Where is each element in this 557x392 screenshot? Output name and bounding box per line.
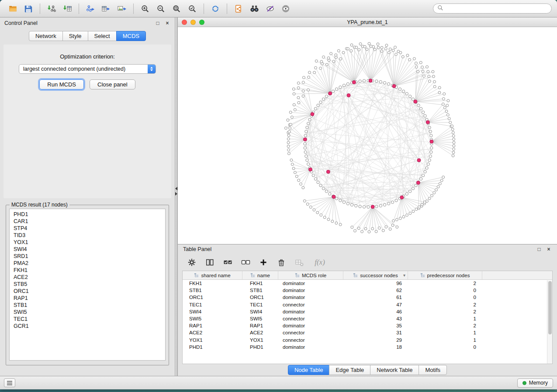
table-cell: TEC1 [183,302,242,307]
gear-button[interactable] [187,257,197,268]
hide-details-button[interactable] [263,2,277,15]
table-row[interactable]: SWI5SWI5connector431 [183,315,552,322]
network-window-titlebar[interactable]: YPA_prune.txt_1 [178,17,557,27]
select-all-icon [223,258,232,266]
table-row[interactable]: RAP1RAP1dominator352 [183,322,552,329]
criterion-dropdown[interactable]: largest connected component (undirected) [19,64,156,74]
run-mcds-button[interactable]: Run MCDS [39,79,84,89]
open-button[interactable] [5,2,20,15]
add-button[interactable] [258,257,269,268]
table-scrollbar[interactable] [547,280,552,364]
table-row[interactable]: TEC1TEC1connector472 [183,301,552,308]
mcds-node-item[interactable]: PHD1 [14,211,161,218]
table-row[interactable]: YOX1YOX1connector291 [183,337,552,344]
table-cell: STB1 [183,288,242,293]
search-box[interactable] [433,3,552,14]
close-window-button[interactable] [182,20,187,25]
export-network-button[interactable] [83,2,98,15]
column-header-shared-name[interactable]: shared name [183,271,242,279]
table-row[interactable]: STB1STB1dominator620 [183,287,552,294]
mcds-node-item[interactable]: STP4 [14,225,161,232]
menu-button[interactable] [4,378,15,387]
tab-edge-table[interactable]: Edge Table [329,365,370,375]
panel-splitter[interactable] [175,17,178,376]
network-graph[interactable] [178,27,557,244]
share-document-button[interactable] [231,2,246,15]
close-panel-action-button[interactable]: Close panel [90,79,135,89]
show-details-button[interactable] [278,2,293,15]
zoom-selected-button[interactable] [185,2,200,15]
find-button[interactable] [247,2,262,15]
zoom-out-button[interactable] [153,2,168,15]
clear-button[interactable] [294,257,304,268]
tab-motifs[interactable]: Motifs [419,365,447,375]
tab-network[interactable]: Network [29,31,63,41]
mcds-node-item[interactable]: CAR1 [14,218,161,225]
mcds-node-item[interactable]: RAP1 [14,295,161,302]
table-row[interactable]: PHD1PHD1dominator180 [183,344,552,351]
status-bar: Memory [0,376,557,389]
mcds-node-item[interactable]: TEC1 [14,316,161,323]
mcds-node-item[interactable]: SRD1 [14,253,161,260]
table-row[interactable]: FKH1FKH1dominator962 [183,280,552,287]
export-image-button[interactable] [114,2,129,15]
function-builder-button[interactable]: f(x) [312,257,328,268]
chevron-down-icon[interactable]: ▾ [403,273,405,278]
table-row[interactable]: ACE2ACE2connector311 [183,329,552,336]
column-header-successor-nodes[interactable]: successor nodes▾ [343,271,408,279]
table-cell: SWI5 [183,316,242,321]
tab-node-table[interactable]: Node Table [288,365,330,375]
float-panel-icon[interactable]: □ [155,20,161,26]
column-header-predecessor-nodes[interactable]: predecessor nodes [408,271,482,279]
zoom-fit-button[interactable] [169,2,184,15]
column-header-name[interactable]: name [242,271,278,279]
table-cell: 2 [408,302,482,307]
collapse-left-icon[interactable] [175,187,177,190]
graph-ring-nodes[interactable] [304,79,433,209]
tab-style[interactable]: Style [62,31,88,41]
close-table-panel-icon[interactable]: × [546,246,552,252]
import-table-button[interactable] [60,2,75,15]
zoom-in-button[interactable] [138,2,152,15]
export-table-button[interactable] [99,2,114,15]
mcds-node-item[interactable]: TID3 [14,232,161,239]
float-table-panel-icon[interactable]: □ [536,246,542,252]
mcds-node-item[interactable]: ACE2 [14,274,161,281]
show-details-icon [281,4,290,13]
import-network-button[interactable] [44,2,59,15]
close-panel-icon[interactable]: × [164,20,170,26]
network-canvas[interactable] [178,27,557,244]
application-window: Control Panel □ × NetworkStyleSelectMCDS… [0,0,557,389]
maximize-window-button[interactable] [199,20,204,25]
mcds-node-item[interactable]: STB1 [14,302,161,309]
mcds-node-item[interactable]: FKH1 [14,267,161,274]
mcds-node-item[interactable]: GCR1 [14,323,161,330]
mcds-node-item[interactable]: PMA2 [14,260,161,267]
collapse-right-icon[interactable] [175,192,177,196]
table-row[interactable]: ORC1ORC1dominator610 [183,294,552,301]
scrollbar-thumb[interactable] [548,281,552,334]
column-header-mcds-role[interactable]: MCDS role [278,271,343,279]
tab-network-table[interactable]: Network Table [370,365,419,375]
memory-button[interactable]: Memory [517,378,553,388]
tab-mcds[interactable]: MCDS [116,31,146,41]
table-row[interactable]: SWI4SWI4dominator462 [183,308,552,315]
deselect-all-button[interactable] [240,257,251,268]
minimize-window-button[interactable] [190,20,196,25]
column-label: MCDS role [302,273,326,278]
columns-button[interactable] [204,257,215,268]
refresh-button[interactable] [208,2,223,15]
table-cell: ORC1 [183,295,242,300]
select-all-button[interactable] [222,257,233,268]
mcds-node-item[interactable]: SWI4 [14,246,161,253]
mcds-node-item[interactable]: ORC1 [14,288,161,295]
mcds-node-item[interactable]: STB5 [14,281,161,288]
save-button[interactable] [21,2,36,15]
main-area: Control Panel □ × NetworkStyleSelectMCDS… [0,17,557,376]
tab-select[interactable]: Select [88,31,117,41]
mcds-result-list[interactable]: PHD1CAR1STP4TID3YOX1SWI4SRD1PMA2FKH1ACE2… [9,209,166,361]
mcds-node-item[interactable]: YOX1 [14,239,161,246]
mcds-node-item[interactable]: SWI5 [14,309,161,316]
search-input[interactable] [446,6,547,12]
delete-button[interactable] [276,257,287,268]
